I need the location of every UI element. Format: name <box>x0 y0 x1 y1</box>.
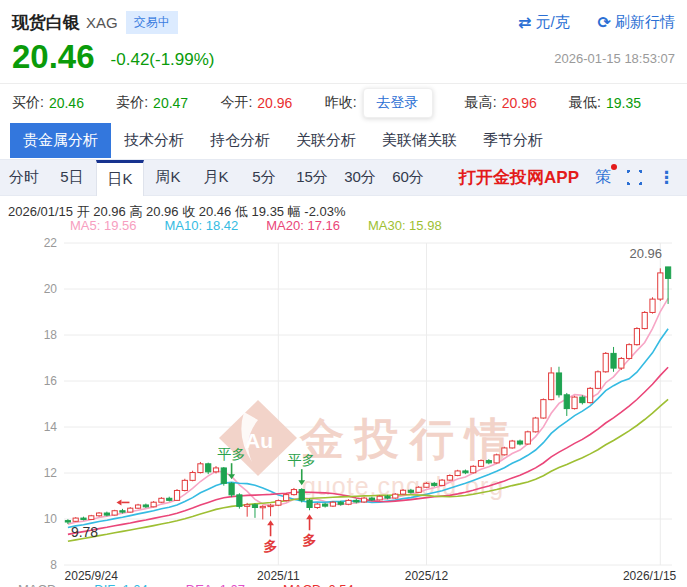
candle <box>167 498 172 500</box>
main-tab[interactable]: 关联分析 <box>283 123 369 158</box>
candle <box>455 471 460 476</box>
candle <box>354 500 359 502</box>
header: 现货白银 XAG 交易中 ⇄ 元/克 ⟳ 刷新行情 20.46 -0.42(-1… <box>0 0 687 84</box>
candle <box>284 495 289 501</box>
candle <box>471 466 476 472</box>
period-tab[interactable]: 5分 <box>240 160 288 195</box>
candle <box>338 502 343 504</box>
refresh-quotes-button[interactable]: ⟳ 刷新行情 <box>598 13 675 32</box>
close-long-signal: 平多 <box>288 452 316 468</box>
y-axis-label: 16 <box>44 374 58 388</box>
candle <box>549 373 554 400</box>
unit-toggle[interactable]: ⇄ 元/克 <box>518 13 570 32</box>
candle <box>89 516 94 520</box>
period-tab[interactable]: 日K <box>96 160 144 196</box>
y-axis-label: 10 <box>44 512 58 526</box>
period-tab[interactable]: 30分 <box>336 160 384 195</box>
candle <box>642 312 647 328</box>
watermark: Au金投行情quote.cngold.org <box>219 400 520 500</box>
main-tab[interactable]: 季节分析 <box>470 123 556 158</box>
quote-item: 最高:20.96 <box>465 94 537 112</box>
fullscreen-icon[interactable] <box>627 170 642 185</box>
quote-value: 20.47 <box>153 95 188 111</box>
candle <box>323 504 328 506</box>
x-axis-label: 2026/1/15 <box>623 569 677 582</box>
high-price-label: 20.96 <box>630 246 663 261</box>
kline-candlestick-chart[interactable]: 2220181614121082025/9/242025/112025/1220… <box>0 234 687 582</box>
quote-label: 今开: <box>220 94 252 112</box>
quote-value: 20.96 <box>257 95 292 111</box>
main-tab[interactable]: 持仓分析 <box>197 123 283 158</box>
svg-text:金投行情: 金投行情 <box>299 414 520 463</box>
x-axis-label: 2025/11 <box>257 569 300 582</box>
quote-summary-bar: 买价:20.46卖价:20.47今开:20.96昨收:去登录最高:20.96最低… <box>0 84 687 122</box>
period-tabs: 分时5日日K周K月K5分15分30分60分 <box>0 160 432 195</box>
candle <box>619 358 624 368</box>
candle <box>260 506 265 507</box>
candle <box>572 397 577 409</box>
period-tab[interactable]: 月K <box>192 160 240 195</box>
candle <box>120 511 125 512</box>
candle <box>517 441 522 444</box>
ma-label: MA20: 17.16 <box>266 218 340 234</box>
quote-value: 19.35 <box>606 95 641 111</box>
candle <box>588 388 593 402</box>
candle <box>362 498 367 502</box>
candle <box>182 480 187 490</box>
candle <box>377 496 382 500</box>
strategy-button[interactable]: 策 <box>595 167 611 188</box>
period-tab[interactable]: 分时 <box>0 160 48 195</box>
chart-area[interactable]: 2220181614121082025/9/242025/112025/1220… <box>0 234 687 582</box>
candle <box>400 490 405 494</box>
open-long-signal: 多 <box>303 532 317 548</box>
period-tab[interactable]: 15分 <box>288 160 336 195</box>
more-menu-icon[interactable]: ⋮ <box>658 167 675 188</box>
candle <box>533 418 538 432</box>
candle <box>627 345 632 359</box>
symbol-code: XAG <box>86 14 118 31</box>
quote-label: 昨收: <box>325 94 357 112</box>
quote-item: 卖价:20.47 <box>116 94 188 112</box>
login-button[interactable]: 去登录 <box>363 88 433 118</box>
y-axis-label: 18 <box>44 328 58 342</box>
candle <box>206 464 211 472</box>
period-tab[interactable]: 周K <box>144 160 192 195</box>
macd-indicator-row: MACDDIF: 1.04DEA: 1.07MACD: 0.54 <box>0 582 687 587</box>
candle <box>307 500 312 507</box>
candle <box>159 498 164 502</box>
quote-label: 卖价: <box>116 94 148 112</box>
quote-label: 最低: <box>569 94 601 112</box>
period-tab[interactable]: 60分 <box>384 160 432 195</box>
quote-item: 今开:20.96 <box>220 94 292 112</box>
x-axis-label: 2025/9/24 <box>65 569 119 582</box>
main-tab[interactable]: 美联储关联 <box>369 123 470 158</box>
left-arrow-signal <box>116 499 121 505</box>
candle <box>369 498 374 500</box>
candle <box>65 521 70 522</box>
quote-item: 昨收:去登录 <box>325 88 433 118</box>
candle <box>447 476 452 481</box>
quote-label: 最高: <box>465 94 497 112</box>
main-tab[interactable]: 贵金属分析 <box>10 123 111 158</box>
main-tab[interactable]: 技术分析 <box>111 123 197 158</box>
silver-quote-page: { "header": { "title": "现货白银", "symbol":… <box>0 0 687 587</box>
candle <box>268 505 273 506</box>
y-axis-label: 20 <box>44 282 58 296</box>
y-axis-label: 8 <box>50 558 57 572</box>
open-app-link[interactable]: 打开金投网APP <box>459 166 579 189</box>
period-tab-bar: 分时5日日K周K月K5分15分30分60分 打开金投网APP 策 ⋮ <box>0 159 687 196</box>
candle <box>73 518 78 521</box>
x-axis-label: 2025/12 <box>405 569 449 582</box>
macd-label: DEA: 1.07 <box>186 582 245 587</box>
candle <box>666 267 671 279</box>
svg-text:Au: Au <box>245 429 273 452</box>
macd-label: MACD: 0.54 <box>283 582 354 587</box>
strategy-label: 策 <box>595 168 611 185</box>
candle <box>229 483 234 495</box>
refresh-icon: ⟳ <box>598 13 611 32</box>
candle <box>650 299 655 312</box>
period-tab[interactable]: 5日 <box>48 160 96 195</box>
candle <box>603 353 608 371</box>
candle <box>634 329 639 345</box>
macd-label: DIF: 1.04 <box>94 582 147 587</box>
